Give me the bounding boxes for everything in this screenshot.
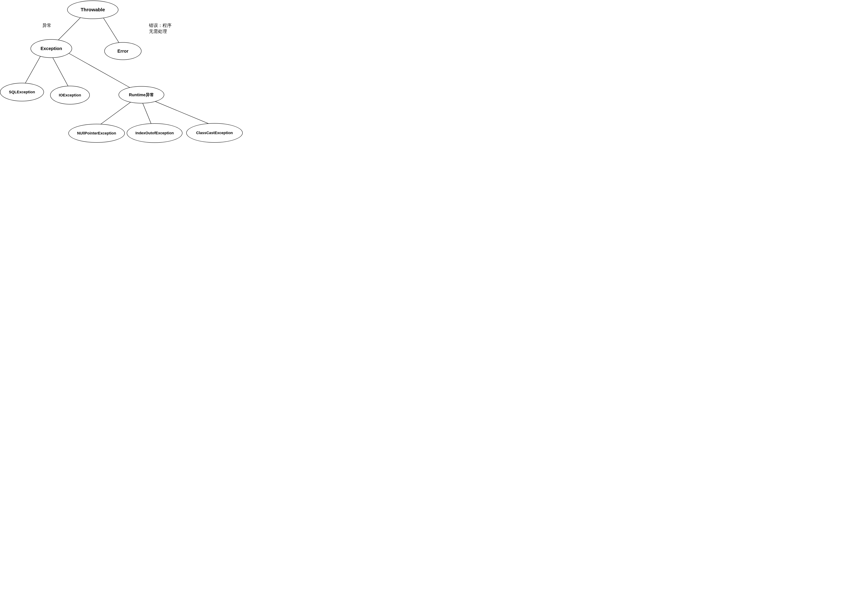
node-nullpointer: NUllPointerException	[68, 124, 125, 143]
annotation-exception: 异常	[42, 23, 51, 29]
edge-runtime-indexoutof	[142, 102, 152, 125]
edge-exception-ioexception	[52, 56, 69, 87]
edge-runtime-nullpointer	[100, 100, 133, 125]
node-exception: Exception	[31, 39, 72, 58]
node-label: SQLException	[9, 90, 35, 94]
node-label: Throwable	[81, 7, 105, 12]
node-indexoutof: IndexOutofException	[127, 123, 182, 143]
node-label: NUllPointerException	[77, 131, 116, 135]
diagram-canvas: Throwable 异常 错误：程序 无需处理 Exception Error …	[0, 0, 266, 144]
node-classcast: ClassCastException	[186, 123, 243, 143]
edge-throwable-exception	[55, 16, 82, 43]
node-label: Runtime异常	[129, 92, 154, 98]
edge-runtime-classcast	[153, 100, 211, 125]
node-label: IndexOutofException	[135, 131, 174, 135]
annotation-error: 错误：程序 无需处理	[149, 23, 171, 34]
edge-throwable-error	[103, 16, 121, 47]
node-ioexception: IOException	[50, 86, 90, 104]
edge-exception-sqlexception	[24, 54, 41, 86]
node-label: IOException	[59, 93, 81, 97]
node-runtime: Runtime异常	[119, 86, 164, 103]
node-error: Error	[104, 42, 141, 60]
node-label: Exception	[40, 46, 62, 51]
node-label: ClassCastException	[196, 131, 233, 135]
node-throwable: Throwable	[67, 0, 118, 19]
node-label: Error	[117, 49, 129, 54]
node-sqlexception: SQLException	[0, 83, 44, 101]
diagram-edges	[0, 0, 266, 144]
